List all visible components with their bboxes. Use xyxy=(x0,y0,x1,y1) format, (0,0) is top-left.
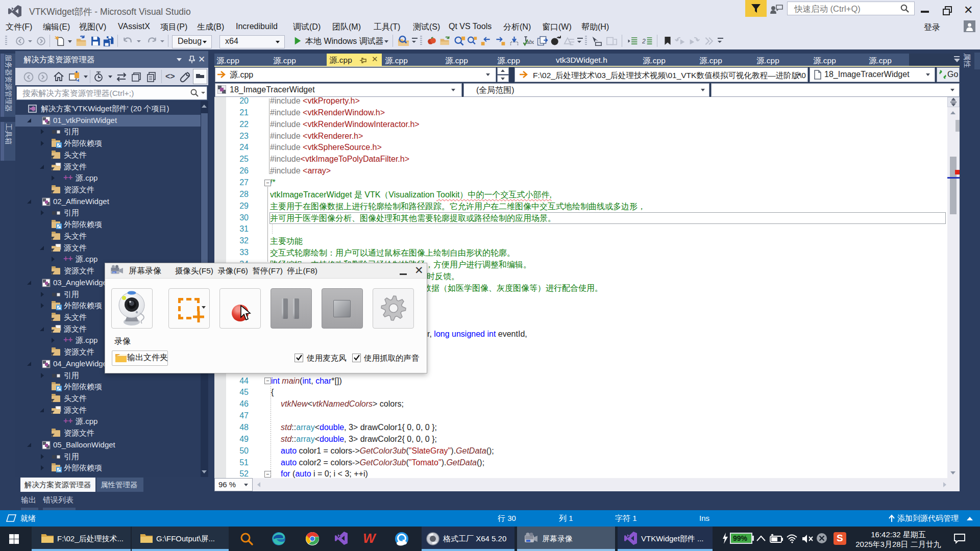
svg-text:REC: REC xyxy=(113,272,117,274)
svg-text:2: 2 xyxy=(642,38,646,45)
